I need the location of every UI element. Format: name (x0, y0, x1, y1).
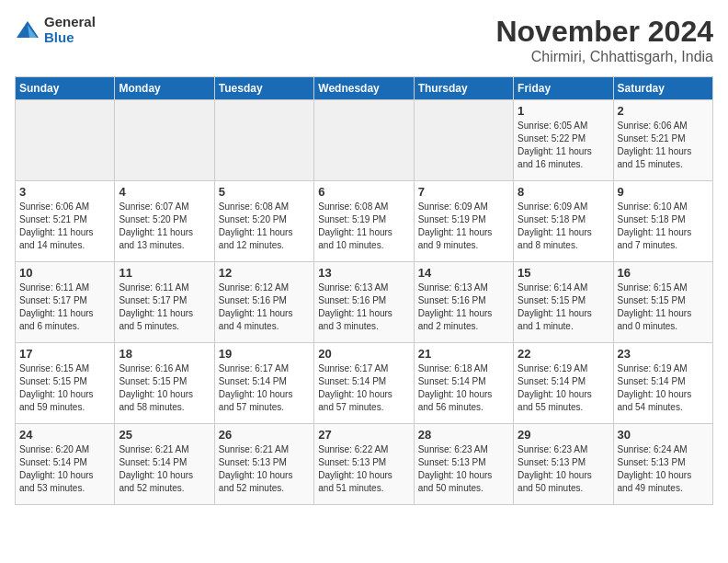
day-info: Sunrise: 6:14 AM Sunset: 5:15 PM Dayligh… (518, 282, 609, 333)
calendar-day-cell: 10Sunrise: 6:11 AM Sunset: 5:17 PM Dayli… (16, 262, 115, 343)
calendar-day-cell: 6Sunrise: 6:08 AM Sunset: 5:19 PM Daylig… (314, 181, 414, 262)
svg-marker-0 (17, 21, 39, 38)
calendar-day-cell: 15Sunrise: 6:14 AM Sunset: 5:15 PM Dayli… (514, 262, 613, 343)
calendar-day-cell: 30Sunrise: 6:24 AM Sunset: 5:13 PM Dayli… (613, 424, 712, 505)
weekday-header-row: SundayMondayTuesdayWednesdayThursdayFrid… (16, 77, 713, 100)
day-info: Sunrise: 6:23 AM Sunset: 5:13 PM Dayligh… (418, 443, 509, 495)
day-number: 1 (518, 104, 609, 118)
day-number: 28 (418, 428, 509, 442)
calendar-table: SundayMondayTuesdayWednesdayThursdayFrid… (15, 76, 713, 505)
day-info: Sunrise: 6:23 AM Sunset: 5:13 PM Dayligh… (518, 443, 609, 495)
day-number: 4 (119, 185, 210, 199)
calendar-day-cell (414, 100, 513, 181)
day-info: Sunrise: 6:15 AM Sunset: 5:15 PM Dayligh… (618, 282, 709, 333)
day-number: 6 (318, 185, 409, 199)
day-number: 3 (19, 185, 110, 199)
weekday-header-cell: Monday (115, 77, 214, 100)
day-number: 20 (318, 347, 409, 361)
day-number: 16 (618, 266, 709, 280)
day-number: 26 (219, 428, 310, 442)
calendar-day-cell: 2Sunrise: 6:06 AM Sunset: 5:21 PM Daylig… (613, 100, 712, 181)
day-number: 7 (418, 185, 509, 199)
day-number: 15 (518, 266, 609, 280)
calendar-day-cell (214, 100, 313, 181)
day-number: 24 (19, 428, 110, 442)
day-info: Sunrise: 6:10 AM Sunset: 5:18 PM Dayligh… (618, 201, 709, 252)
calendar-week-row: 3Sunrise: 6:06 AM Sunset: 5:21 PM Daylig… (16, 181, 713, 262)
day-number: 25 (119, 428, 210, 442)
calendar-day-cell: 17Sunrise: 6:15 AM Sunset: 5:15 PM Dayli… (16, 343, 115, 424)
month-title: November 2024 (495, 15, 713, 49)
calendar-day-cell: 16Sunrise: 6:15 AM Sunset: 5:15 PM Dayli… (613, 262, 712, 343)
day-number: 18 (119, 347, 210, 361)
logo-icon (15, 17, 40, 43)
day-number: 22 (518, 347, 609, 361)
calendar-day-cell: 22Sunrise: 6:19 AM Sunset: 5:14 PM Dayli… (514, 343, 613, 424)
day-number: 27 (318, 428, 409, 442)
day-number: 30 (618, 428, 709, 442)
title-section: November 2024 Chirmiri, Chhattisgarh, In… (495, 15, 713, 65)
day-info: Sunrise: 6:24 AM Sunset: 5:13 PM Dayligh… (618, 443, 709, 495)
day-info: Sunrise: 6:20 AM Sunset: 5:14 PM Dayligh… (19, 443, 110, 495)
day-info: Sunrise: 6:17 AM Sunset: 5:14 PM Dayligh… (318, 362, 409, 414)
calendar-day-cell (115, 100, 214, 181)
day-info: Sunrise: 6:08 AM Sunset: 5:20 PM Dayligh… (219, 201, 310, 252)
calendar-day-cell: 5Sunrise: 6:08 AM Sunset: 5:20 PM Daylig… (214, 181, 313, 262)
calendar-day-cell: 13Sunrise: 6:13 AM Sunset: 5:16 PM Dayli… (314, 262, 414, 343)
calendar-day-cell: 9Sunrise: 6:10 AM Sunset: 5:18 PM Daylig… (613, 181, 712, 262)
day-info: Sunrise: 6:19 AM Sunset: 5:14 PM Dayligh… (618, 362, 709, 414)
calendar-day-cell: 25Sunrise: 6:21 AM Sunset: 5:14 PM Dayli… (115, 424, 214, 505)
day-number: 29 (518, 428, 609, 442)
day-number: 5 (219, 185, 310, 199)
calendar-day-cell: 28Sunrise: 6:23 AM Sunset: 5:13 PM Dayli… (414, 424, 513, 505)
day-number: 21 (418, 347, 509, 361)
day-info: Sunrise: 6:18 AM Sunset: 5:14 PM Dayligh… (418, 362, 509, 414)
day-number: 2 (618, 104, 709, 118)
day-info: Sunrise: 6:17 AM Sunset: 5:14 PM Dayligh… (219, 362, 310, 414)
weekday-header-cell: Tuesday (214, 77, 313, 100)
day-number: 9 (618, 185, 709, 199)
calendar-day-cell: 8Sunrise: 6:09 AM Sunset: 5:18 PM Daylig… (514, 181, 613, 262)
calendar-day-cell: 14Sunrise: 6:13 AM Sunset: 5:16 PM Dayli… (414, 262, 513, 343)
day-info: Sunrise: 6:09 AM Sunset: 5:19 PM Dayligh… (418, 201, 509, 252)
day-number: 8 (518, 185, 609, 199)
calendar-day-cell: 23Sunrise: 6:19 AM Sunset: 5:14 PM Dayli… (613, 343, 712, 424)
day-info: Sunrise: 6:06 AM Sunset: 5:21 PM Dayligh… (19, 201, 110, 252)
weekday-header-cell: Wednesday (314, 77, 414, 100)
calendar-day-cell: 26Sunrise: 6:21 AM Sunset: 5:13 PM Dayli… (214, 424, 313, 505)
day-number: 10 (19, 266, 110, 280)
day-info: Sunrise: 6:11 AM Sunset: 5:17 PM Dayligh… (19, 282, 110, 333)
day-info: Sunrise: 6:07 AM Sunset: 5:20 PM Dayligh… (119, 201, 210, 252)
day-number: 11 (119, 266, 210, 280)
calendar-day-cell: 20Sunrise: 6:17 AM Sunset: 5:14 PM Dayli… (314, 343, 414, 424)
calendar-day-cell: 24Sunrise: 6:20 AM Sunset: 5:14 PM Dayli… (16, 424, 115, 505)
day-number: 13 (318, 266, 409, 280)
calendar-day-cell: 11Sunrise: 6:11 AM Sunset: 5:17 PM Dayli… (115, 262, 214, 343)
day-number: 12 (219, 266, 310, 280)
day-info: Sunrise: 6:08 AM Sunset: 5:19 PM Dayligh… (318, 201, 409, 252)
day-number: 17 (19, 347, 110, 361)
calendar-week-row: 1Sunrise: 6:05 AM Sunset: 5:22 PM Daylig… (16, 100, 713, 181)
calendar-day-cell (16, 100, 115, 181)
day-info: Sunrise: 6:21 AM Sunset: 5:14 PM Dayligh… (119, 443, 210, 495)
day-number: 23 (618, 347, 709, 361)
calendar-day-cell: 19Sunrise: 6:17 AM Sunset: 5:14 PM Dayli… (214, 343, 313, 424)
day-info: Sunrise: 6:19 AM Sunset: 5:14 PM Dayligh… (518, 362, 609, 414)
calendar-week-row: 17Sunrise: 6:15 AM Sunset: 5:15 PM Dayli… (16, 343, 713, 424)
day-info: Sunrise: 6:21 AM Sunset: 5:13 PM Dayligh… (219, 443, 310, 495)
day-info: Sunrise: 6:13 AM Sunset: 5:16 PM Dayligh… (418, 282, 509, 333)
calendar-day-cell: 1Sunrise: 6:05 AM Sunset: 5:22 PM Daylig… (514, 100, 613, 181)
day-info: Sunrise: 6:09 AM Sunset: 5:18 PM Dayligh… (518, 201, 609, 252)
day-info: Sunrise: 6:22 AM Sunset: 5:13 PM Dayligh… (318, 443, 409, 495)
calendar-day-cell: 29Sunrise: 6:23 AM Sunset: 5:13 PM Dayli… (514, 424, 613, 505)
day-info: Sunrise: 6:15 AM Sunset: 5:15 PM Dayligh… (19, 362, 110, 414)
day-info: Sunrise: 6:05 AM Sunset: 5:22 PM Dayligh… (518, 120, 609, 171)
calendar-body: 1Sunrise: 6:05 AM Sunset: 5:22 PM Daylig… (16, 100, 713, 505)
location-title: Chirmiri, Chhattisgarh, India (495, 49, 713, 65)
weekday-header-cell: Sunday (16, 77, 115, 100)
calendar-day-cell: 21Sunrise: 6:18 AM Sunset: 5:14 PM Dayli… (414, 343, 513, 424)
calendar-day-cell: 4Sunrise: 6:07 AM Sunset: 5:20 PM Daylig… (115, 181, 214, 262)
calendar-day-cell: 18Sunrise: 6:16 AM Sunset: 5:15 PM Dayli… (115, 343, 214, 424)
weekday-header-cell: Friday (514, 77, 613, 100)
day-info: Sunrise: 6:11 AM Sunset: 5:17 PM Dayligh… (119, 282, 210, 333)
